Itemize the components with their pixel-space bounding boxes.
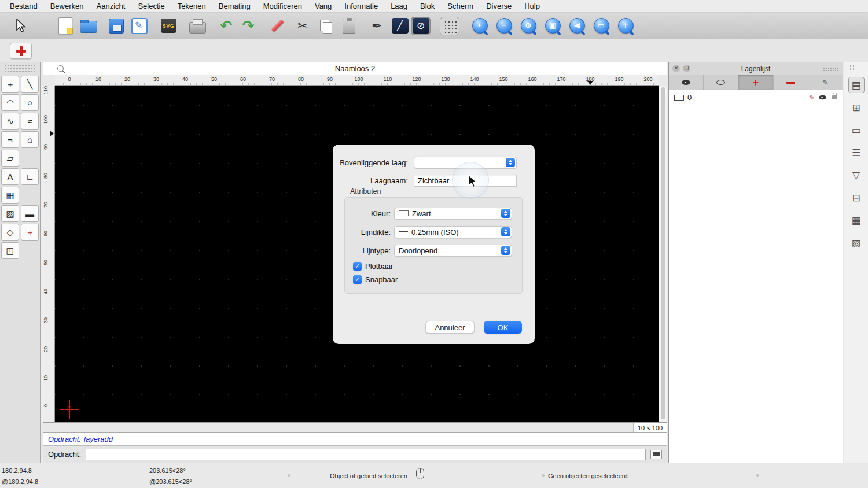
menu-blok[interactable]: Blok bbox=[414, 0, 441, 13]
fill-tool[interactable]: ▨ bbox=[1, 205, 19, 222]
menu-informatie[interactable]: Informatie bbox=[338, 0, 384, 13]
copy-icon[interactable] bbox=[316, 17, 336, 35]
move-tool[interactable]: ＋ bbox=[1, 76, 19, 93]
dimension-tool[interactable]: ∟ bbox=[21, 168, 39, 185]
menu-vang[interactable]: Vang bbox=[308, 0, 338, 13]
layer-row[interactable]: 0✎ bbox=[669, 90, 843, 105]
menu-bemating[interactable]: Bemating bbox=[212, 0, 257, 13]
menu-modificeren[interactable]: Modificeren bbox=[257, 0, 308, 13]
line-tool[interactable]: ╲ bbox=[21, 76, 39, 93]
pages-palette-icon[interactable]: ▭ bbox=[848, 122, 865, 138]
ok-button[interactable]: OK bbox=[484, 321, 522, 334]
undo-icon[interactable]: ↶ bbox=[216, 17, 236, 35]
float-panel-icon[interactable]: ❐ bbox=[683, 65, 690, 72]
cancel-button[interactable]: Annuleer bbox=[425, 321, 475, 334]
layer-name-label: Laagnaam: bbox=[333, 176, 414, 185]
zoom-previous-icon[interactable]: ◀ bbox=[567, 17, 587, 35]
ellipse-mode-icon[interactable]: ⊘ bbox=[411, 17, 431, 35]
polyline-tool[interactable]: ≈ bbox=[21, 113, 39, 130]
add-layer-tab[interactable]: ＋ bbox=[738, 75, 773, 90]
references-palette-icon[interactable]: ⊟ bbox=[848, 190, 865, 206]
hatch-parallelogram-tool[interactable]: ▱ bbox=[1, 150, 19, 167]
red-plus-icon bbox=[16, 46, 26, 56]
paste-icon[interactable] bbox=[339, 17, 359, 35]
save-icon[interactable] bbox=[106, 17, 126, 35]
grid-toggle-icon[interactable] bbox=[440, 17, 459, 35]
layer-visibility-icon[interactable] bbox=[819, 95, 826, 100]
zoom-selection-icon[interactable]: ▭ bbox=[591, 17, 611, 35]
stepper-icon bbox=[506, 158, 515, 167]
attributes-group-label: Attributen bbox=[350, 187, 381, 195]
plottable-checkbox[interactable] bbox=[353, 262, 362, 271]
expand-command-icon[interactable] bbox=[650, 450, 662, 459]
vruler-label: 30 bbox=[43, 317, 49, 323]
edit-layer-tab[interactable]: ✎ bbox=[808, 75, 843, 90]
spline-tool[interactable]: ∿ bbox=[1, 113, 19, 130]
main-toolbar: SVG↶↷✂✒╱⊘+−⊕▣◀▭✛ bbox=[0, 13, 868, 39]
cut-icon[interactable]: ✂ bbox=[293, 17, 312, 35]
line-style-icon[interactable]: ╱ bbox=[390, 17, 410, 35]
redo-icon[interactable]: ↷ bbox=[238, 17, 258, 35]
menu-tekenen[interactable]: Tekenen bbox=[171, 0, 212, 13]
color-select[interactable]: Zwart bbox=[394, 208, 512, 220]
polygon-tool[interactable]: ⌂ bbox=[21, 131, 39, 148]
zoom-out-icon[interactable]: − bbox=[494, 17, 514, 35]
menu-scherm[interactable]: Scherm bbox=[441, 0, 480, 13]
layer-lock-icon[interactable] bbox=[832, 95, 837, 99]
palette-drag-handle[interactable] bbox=[4, 64, 36, 72]
show-layers-tab[interactable] bbox=[669, 75, 704, 90]
zoom-range-indicator: 10 < 100 bbox=[633, 423, 667, 432]
crosshair-tool[interactable]: ＋ bbox=[21, 224, 39, 241]
cube-tool[interactable]: ◰ bbox=[1, 242, 19, 259]
notes-palette-icon[interactable]: ▦ bbox=[848, 212, 865, 228]
print-icon[interactable] bbox=[187, 17, 207, 35]
filter-palette-icon[interactable]: ▽ bbox=[848, 167, 865, 183]
ruler-position-marker bbox=[587, 81, 593, 85]
text-tool[interactable]: A bbox=[1, 168, 19, 185]
separator-dot bbox=[756, 474, 759, 477]
edit-layer-icon[interactable]: ✎ bbox=[809, 94, 815, 102]
delete-layer-tab[interactable] bbox=[774, 75, 808, 90]
isolate-layers-tab[interactable] bbox=[704, 75, 738, 90]
menu-diverse[interactable]: Diverse bbox=[480, 0, 518, 13]
menu-bestand[interactable]: Bestand bbox=[3, 0, 44, 13]
pen-icon[interactable]: ✒ bbox=[367, 17, 387, 35]
snappable-checkbox[interactable] bbox=[353, 275, 362, 284]
open-file-icon[interactable] bbox=[79, 17, 98, 35]
scrollbar-thumb[interactable] bbox=[661, 87, 665, 419]
close-panel-icon[interactable]: ✕ bbox=[672, 65, 680, 72]
arc-tool[interactable]: ◠ bbox=[1, 94, 19, 111]
new-document-icon[interactable] bbox=[56, 17, 75, 35]
canvas-scrollbar[interactable] bbox=[659, 86, 667, 422]
angle-line-tool[interactable]: ¬ bbox=[1, 131, 19, 148]
zoom-in-icon[interactable]: + bbox=[470, 17, 490, 35]
clipboard-palette-icon[interactable]: ▧ bbox=[848, 235, 865, 251]
marker-icon[interactable] bbox=[267, 17, 287, 35]
layers-palette-icon[interactable]: ▤ bbox=[848, 77, 865, 93]
shape-tool[interactable]: ◇ bbox=[1, 224, 19, 241]
pan-icon[interactable]: ✛ bbox=[616, 17, 635, 35]
lineweight-select[interactable]: 0.25mm (ISO) bbox=[394, 226, 512, 238]
blocks-palette-icon[interactable]: ⊞ bbox=[848, 99, 865, 116]
menu-hulp[interactable]: Hulp bbox=[518, 0, 546, 13]
menu-bewerken[interactable]: Bewerken bbox=[44, 0, 90, 13]
strip-drag-handle[interactable] bbox=[849, 65, 863, 71]
edit-drawing-icon[interactable] bbox=[130, 17, 149, 35]
menu-selectie[interactable]: Selectie bbox=[131, 0, 171, 13]
add-layer-button[interactable] bbox=[10, 43, 32, 59]
color-swatch-icon bbox=[399, 210, 409, 216]
menu-aanzicht[interactable]: Aanzicht bbox=[90, 0, 132, 13]
svg-export-icon[interactable]: SVG bbox=[159, 17, 178, 35]
zoom-window-icon[interactable]: ▣ bbox=[543, 17, 562, 35]
linetype-select[interactable]: Doorlopend bbox=[394, 245, 512, 257]
command-input[interactable] bbox=[86, 449, 646, 460]
magnifier-icon[interactable] bbox=[57, 65, 64, 72]
cursor-tool-icon[interactable] bbox=[10, 17, 30, 35]
image-tool[interactable]: ▦ bbox=[1, 187, 19, 204]
measure-tool[interactable]: ▬ bbox=[21, 205, 39, 222]
list-palette-icon[interactable]: ☰ bbox=[848, 145, 865, 161]
menu-laag[interactable]: Laag bbox=[384, 0, 414, 13]
panel-drag-handle[interactable] bbox=[823, 67, 839, 71]
zoom-extents-icon[interactable]: ⊕ bbox=[518, 17, 538, 35]
ellipse-tool[interactable]: ○ bbox=[21, 94, 39, 111]
